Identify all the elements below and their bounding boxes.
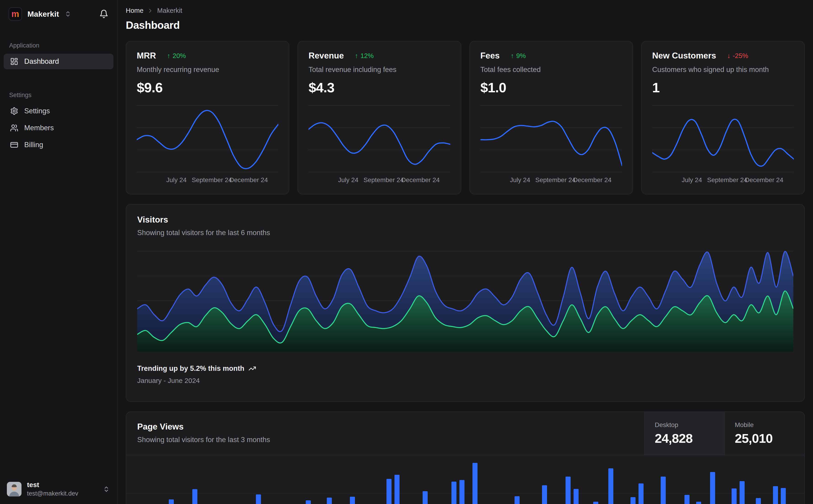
x-tick: July 24 <box>682 176 702 184</box>
x-tick: July 24 <box>338 176 358 184</box>
sidebar-item-label: Dashboard <box>24 57 59 66</box>
gridline <box>126 493 804 493</box>
x-tick: December 24 <box>573 176 612 184</box>
visitors-footer: Trending up by 5.2% this month January -… <box>137 364 793 385</box>
breadcrumb-home[interactable]: Home <box>126 7 143 14</box>
user-email: test@makerkit.dev <box>27 490 78 497</box>
page-views-bar <box>459 480 464 504</box>
sidebar-item-label: Members <box>24 124 54 132</box>
x-tick: September 24 <box>707 176 747 184</box>
trend-value: -25% <box>733 52 748 60</box>
avatar <box>7 482 21 496</box>
page-views-header: Page Views Showing total visitors for th… <box>126 412 804 455</box>
chart-area <box>652 104 794 173</box>
tab-mobile[interactable]: Mobile 25,010 <box>724 412 804 455</box>
page-views-bar-chart <box>137 455 793 504</box>
users-icon <box>10 124 18 132</box>
user-name: test <box>27 481 78 489</box>
chart-area <box>137 247 793 352</box>
sidebar-nav-application: Dashboard <box>0 54 117 71</box>
tab-desktop[interactable]: Desktop 24,828 <box>644 412 724 455</box>
page-views-bar <box>542 485 547 504</box>
stat-card-fees: Fees ↑ 9% Total fees collected $1.0 July… <box>469 41 633 194</box>
x-axis-labels: July 24 September 24 December 24 <box>480 176 622 188</box>
stat-subtitle: Total fees collected <box>480 66 622 74</box>
page-views-bar <box>395 475 400 504</box>
page-views-bar <box>472 463 477 504</box>
stat-subtitle: Monthly recurring revenue <box>137 66 278 74</box>
breadcrumb-current[interactable]: Makerkit <box>157 7 182 14</box>
page-views-bar <box>451 482 456 504</box>
page-views-bar <box>740 481 745 504</box>
trend-badge: ↑ 12% <box>355 52 374 60</box>
page-views-bar <box>593 502 598 504</box>
sidebar-item-billing[interactable]: Billing <box>4 137 113 153</box>
chevrons-up-down-icon <box>64 11 71 17</box>
visitors-area-chart <box>137 247 793 352</box>
stat-title: MRR <box>137 51 156 61</box>
page-views-bar <box>423 491 428 504</box>
stat-card-revenue: Revenue ↑ 12% Total revenue including fe… <box>298 41 461 194</box>
sidebar-item-settings[interactable]: Settings <box>4 103 113 119</box>
page-views-subtitle: Showing total visitors for the last 3 mo… <box>137 436 633 444</box>
trend-up-arrow-icon: ↑ <box>355 52 358 60</box>
notifications-bell-icon[interactable] <box>99 9 108 19</box>
stat-value: $4.3 <box>309 80 450 95</box>
page-views-bar <box>732 488 737 504</box>
workspace-name: Makerkit <box>27 10 59 19</box>
stat-title: Fees <box>480 51 500 61</box>
stat-value: $9.6 <box>137 80 278 95</box>
page-views-bar <box>256 494 261 504</box>
x-tick: September 24 <box>363 176 404 184</box>
x-tick: December 24 <box>230 176 268 184</box>
breadcrumb: Home Makerkit <box>126 7 805 14</box>
x-tick: September 24 <box>191 176 232 184</box>
visitors-title: Visitors <box>137 215 793 225</box>
logo-letter: m <box>11 10 19 18</box>
chevron-right-icon <box>147 8 153 14</box>
visitors-date-range: January - June 2024 <box>137 377 793 385</box>
x-axis-labels: July 24 September 24 December 24 <box>652 176 794 188</box>
sidebar-item-members[interactable]: Members <box>4 120 113 136</box>
page-views-bar <box>327 498 332 504</box>
sidebar-item-dashboard[interactable]: Dashboard <box>4 54 113 69</box>
user-meta: test test@makerkit.dev <box>27 481 78 497</box>
chart-area <box>137 104 278 173</box>
page-views-bar <box>350 497 355 504</box>
page-views-bar <box>169 499 174 504</box>
chevrons-up-down-icon <box>103 486 110 493</box>
trend-value: 20% <box>173 52 186 60</box>
page-views-bar <box>773 486 778 504</box>
makerkit-logo: m <box>9 7 22 21</box>
x-axis-labels: July 24 September 24 December 24 <box>309 176 450 188</box>
sidebar-nav-settings: Settings Members Billing <box>0 103 117 154</box>
user-menu[interactable]: test test@makerkit.dev <box>0 475 117 504</box>
stat-value: $1.0 <box>480 80 622 95</box>
trend-badge: ↑ 20% <box>167 52 186 60</box>
fees-sparkline-chart <box>480 104 622 173</box>
stat-title: Revenue <box>309 51 344 61</box>
page-views-bar <box>639 483 644 504</box>
workspace-switcher[interactable]: m Makerkit <box>0 0 117 27</box>
page-views-card: Page Views Showing total visitors for th… <box>126 411 805 504</box>
stat-card-new-customers: New Customers ↓ -25% Customers who signe… <box>641 41 805 194</box>
page-views-bar <box>573 489 578 504</box>
tab-label: Desktop <box>655 421 714 429</box>
tab-label: Mobile <box>735 421 794 429</box>
page-views-bar <box>631 497 636 504</box>
sidebar: m Makerkit Application Dashboard Setting… <box>0 0 117 504</box>
trending-up-icon <box>248 365 256 372</box>
x-axis-labels: July 24 September 24 December 24 <box>137 176 278 188</box>
x-tick: December 24 <box>401 176 440 184</box>
chart-area <box>309 104 450 173</box>
visitors-subtitle: Showing total visitors for the last 6 mo… <box>137 229 793 237</box>
page-views-bar <box>756 498 761 504</box>
gear-icon <box>10 107 18 115</box>
trend-value: 9% <box>516 52 526 60</box>
stat-card-grid: MRR ↑ 20% Monthly recurring revenue $9.6… <box>126 41 805 194</box>
x-tick: July 24 <box>510 176 530 184</box>
trend-up-arrow-icon: ↑ <box>511 52 514 60</box>
page-views-bar <box>685 495 690 504</box>
layout-dashboard-icon <box>10 57 18 66</box>
credit-card-icon <box>10 141 18 149</box>
